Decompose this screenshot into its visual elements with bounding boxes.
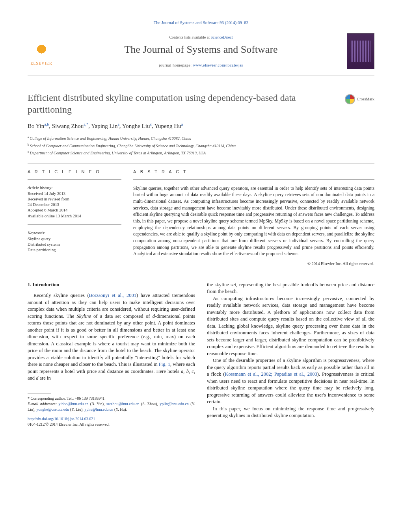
homepage-prefix: journal homepage: bbox=[159, 63, 193, 67]
info-abstract-row: A R T I C L E I N F O Article history: R… bbox=[28, 169, 374, 267]
affiliation-b: bSchool of Computer and Communication En… bbox=[28, 143, 374, 149]
email-hu[interactable]: yphu@hnu.edu.cn bbox=[84, 407, 113, 412]
citation-borzsonyi[interactable]: Börzsönyi et al., 2001 bbox=[89, 293, 136, 298]
doi-link[interactable]: http://dx.doi.org/10.1016/j.jss.2014.03.… bbox=[28, 417, 95, 421]
right-column: the skyline set, representing the best p… bbox=[207, 282, 374, 427]
paragraph-3: As computing infrastructures become incr… bbox=[207, 295, 374, 358]
abstract-label: A B S T R A C T bbox=[133, 169, 374, 175]
header-center: Contents lists available at ScienceDirec… bbox=[55, 35, 347, 68]
journal-cover-thumbnail bbox=[347, 33, 374, 69]
history-revised-date: 24 December 2013 bbox=[28, 202, 121, 208]
divider bbox=[28, 163, 374, 163]
journal-header: ELSEVIER Contents lists available at Sci… bbox=[28, 29, 374, 76]
cover-graphic bbox=[351, 41, 370, 62]
history-accepted: Accepted 6 March 2014 bbox=[28, 208, 121, 213]
elsevier-tree-icon bbox=[31, 39, 52, 59]
author-5: Yupeng Hua bbox=[154, 123, 183, 129]
doi-line: http://dx.doi.org/10.1016/j.jss.2014.03.… bbox=[28, 416, 195, 422]
article-info-label: A R T I C L E I N F O bbox=[28, 169, 121, 175]
left-column: 1. Introduction Recently skyline queries… bbox=[28, 282, 195, 427]
history-revised-label: Received in revised form bbox=[28, 196, 121, 202]
divider bbox=[133, 179, 374, 180]
citation-kossmann-papadias[interactable]: Kossmann et al., 2002; Papadias et al., … bbox=[225, 371, 317, 377]
article-title: Efficient distributed skyline computatio… bbox=[28, 92, 337, 115]
figure-1-ref[interactable]: Fig. 1 bbox=[159, 361, 170, 367]
keyword-1: Skyline query bbox=[28, 236, 121, 242]
keywords-heading: Keywords: bbox=[28, 230, 121, 236]
crossmark-label: CrossMark bbox=[357, 96, 374, 102]
affiliations: aCollege of Information Science and Engi… bbox=[28, 135, 374, 156]
journal-homepage-link[interactable]: www.elsevier.com/locate/jss bbox=[193, 63, 243, 67]
journal-homepage-line: journal homepage: www.elsevier.com/locat… bbox=[55, 63, 347, 68]
journal-reference: The Journal of Systems and Software 93 (… bbox=[28, 20, 374, 26]
elsevier-logo: ELSEVIER bbox=[28, 37, 55, 66]
history-online: Available online 13 March 2014 bbox=[28, 213, 121, 219]
author-3: Yaping Lina bbox=[91, 123, 119, 129]
keyword-3: Data partitioning bbox=[28, 247, 121, 253]
footer-copyright: 0164-1212/© 2014 Elsevier Inc. All right… bbox=[28, 422, 195, 427]
contents-prefix: Contents lists available at bbox=[169, 35, 210, 39]
body-columns: 1. Introduction Recently skyline queries… bbox=[28, 282, 374, 427]
keywords-block: Keywords: Skyline query Distributed syst… bbox=[28, 230, 121, 253]
abstract-text: Skyline queries, together with other adv… bbox=[133, 185, 374, 257]
affiliation-a: aCollege of Information Science and Engi… bbox=[28, 135, 374, 141]
paragraph-1: Recently skyline queries (Börzsönyi et a… bbox=[28, 292, 195, 382]
sciencedirect-link[interactable]: ScienceDirect bbox=[210, 35, 233, 39]
paragraph-4: One of the desirable properties of a sky… bbox=[207, 357, 374, 406]
contents-available-line: Contents lists available at ScienceDirec… bbox=[55, 35, 347, 40]
footnote-separator bbox=[28, 393, 51, 393]
history-received: Received 14 July 2013 bbox=[28, 191, 121, 196]
paragraph-5: In this paper, we focus on minimizing th… bbox=[207, 406, 374, 419]
divider bbox=[28, 179, 121, 180]
divider bbox=[28, 224, 121, 225]
corresponding-author: * Corresponding author. Tel.: +86 139 73… bbox=[28, 396, 195, 401]
author-2: Siwang Zhoua,* bbox=[52, 123, 88, 129]
email-addresses: E-mail addresses: yinbo@hnu.edu.cn (B. Y… bbox=[28, 401, 195, 412]
section-1-heading: 1. Introduction bbox=[28, 282, 195, 289]
crossmark-badge[interactable]: CrossMark bbox=[345, 94, 374, 104]
authors-line: Bo Yina,b, Siwang Zhoua,*, Yaping Lina, … bbox=[28, 122, 374, 130]
abstract-column: A B S T R A C T Skyline queries, togethe… bbox=[133, 169, 374, 267]
keyword-2: Distributed systems bbox=[28, 242, 121, 247]
elsevier-name: ELSEVIER bbox=[30, 61, 52, 66]
article-history: Article history: Received 14 July 2013 R… bbox=[28, 185, 121, 219]
footnotes: * Corresponding author. Tel.: +86 139 73… bbox=[28, 396, 195, 412]
email-zhou[interactable]: swzhou@hnu.edu.cn bbox=[106, 402, 140, 406]
journal-title: The Journal of Systems and Software bbox=[55, 43, 347, 57]
emails-label: E-mail addresses: bbox=[28, 402, 57, 406]
affiliation-c: cDepartment of Computer Science and Engi… bbox=[28, 150, 374, 156]
article-info-column: A R T I C L E I N F O Article history: R… bbox=[28, 169, 121, 267]
email-lin[interactable]: yplin@hnu.edu.cn bbox=[160, 402, 189, 406]
crossmark-icon bbox=[345, 94, 355, 104]
abstract-copyright: © 2014 Elsevier Inc. All rights reserved… bbox=[133, 261, 374, 267]
title-row: Efficient distributed skyline computatio… bbox=[28, 92, 374, 115]
author-1: Bo Yina,b bbox=[28, 123, 49, 129]
email-yin[interactable]: yinbo@hnu.edu.cn bbox=[58, 402, 88, 406]
divider bbox=[28, 272, 374, 272]
email-liu[interactable]: yonghe@cse.uta.edu bbox=[36, 407, 69, 412]
paragraph-2: the skyline set, representing the best p… bbox=[207, 282, 374, 295]
history-heading: Article history: bbox=[28, 185, 121, 191]
author-4: Yonghe Liuc bbox=[122, 123, 152, 129]
